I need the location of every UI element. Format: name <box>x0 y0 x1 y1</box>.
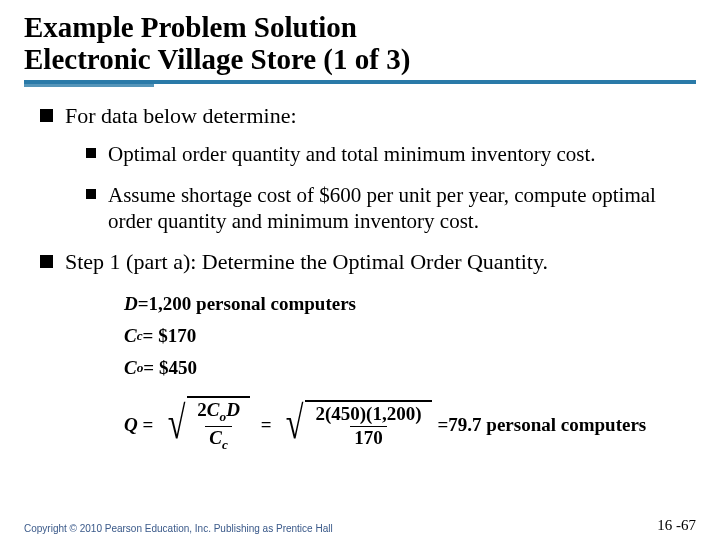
var-Q: Q <box>124 409 138 441</box>
bullet-1a: Optimal order quantity and total minimum… <box>24 141 696 167</box>
footer: Copyright © 2010 Pearson Education, Inc.… <box>24 517 696 534</box>
page-number: 16 -67 <box>657 517 696 534</box>
bullet-2-text: Step 1 (part a): Determine the Optimal O… <box>65 248 548 276</box>
var-Cc: C <box>124 320 137 352</box>
square-bullet-icon <box>40 109 53 122</box>
bullet-1a-text: Optimal order quantity and total minimum… <box>108 141 596 167</box>
den1-Csub: c <box>222 437 228 452</box>
num1-C: C <box>207 399 220 420</box>
equals-1: = <box>138 409 158 441</box>
num1-D: D <box>226 399 240 420</box>
bullet-1b: Assume shortage cost of $600 per unit pe… <box>24 182 696 235</box>
eq-Co: Co = $450 <box>124 352 696 384</box>
title-line-2: Electronic Village Store (1 of 3) <box>24 43 410 75</box>
slide-title: Example Problem Solution Electronic Vill… <box>24 12 696 76</box>
eq-Cc: Cc = $170 <box>124 320 696 352</box>
den2: 170 <box>350 426 387 449</box>
num1-2: 2 <box>197 399 207 420</box>
var-Co: C <box>124 352 137 384</box>
title-line-1: Example Problem Solution <box>24 11 357 43</box>
var-D: D <box>124 288 138 320</box>
bullet-2: Step 1 (part a): Determine the Optimal O… <box>24 248 696 276</box>
math-block: D =1,200 personal computers Cc = $170 Co… <box>24 288 696 455</box>
content-area: For data below determine: Optimal order … <box>24 102 696 454</box>
bullet-1-text: For data below determine: <box>65 102 297 130</box>
eq-D: D =1,200 personal computers <box>124 288 696 320</box>
sub-Co: o <box>137 357 144 380</box>
bullet-1: For data below determine: <box>24 102 696 130</box>
val-D: =1,200 personal computers <box>138 288 356 320</box>
fraction-2: 2(450)(1,200) 170 <box>311 404 425 449</box>
square-bullet-icon <box>40 255 53 268</box>
den1-C: C <box>209 427 222 448</box>
radical-2: √ 2(450)(1,200) 170 <box>282 400 431 451</box>
title-underline <box>24 80 696 84</box>
square-bullet-icon <box>86 148 96 158</box>
equals-2: = <box>256 409 276 441</box>
radical-1: √ 2CoD Cc <box>164 396 250 454</box>
square-bullet-icon <box>86 189 96 199</box>
val-Cc: = $170 <box>143 320 197 352</box>
num2: 2(450)(1,200) <box>311 404 425 426</box>
val-Co: = $450 <box>143 352 197 384</box>
fraction-1: 2CoD Cc <box>193 400 244 452</box>
copyright-text: Copyright © 2010 Pearson Education, Inc.… <box>24 523 333 534</box>
result: =79.7 personal computers <box>438 409 647 441</box>
eq-Q: Q = √ 2CoD Cc <box>124 396 696 454</box>
bullet-1b-text: Assume shortage cost of $600 per unit pe… <box>108 182 688 235</box>
